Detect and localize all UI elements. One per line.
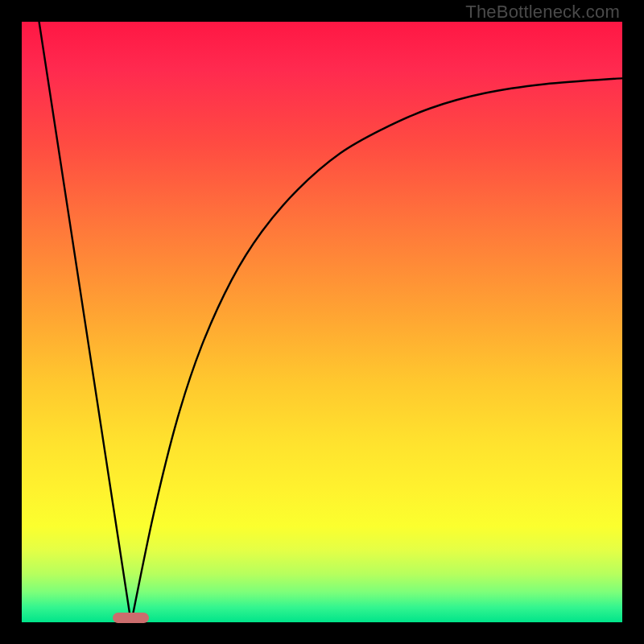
optimal-range-marker	[113, 613, 149, 623]
curve-svg	[21, 21, 623, 623]
watermark-text: TheBottleneck.com	[465, 2, 620, 23]
bottleneck-curve	[39, 21, 623, 623]
chart-frame: TheBottleneck.com	[0, 0, 644, 644]
